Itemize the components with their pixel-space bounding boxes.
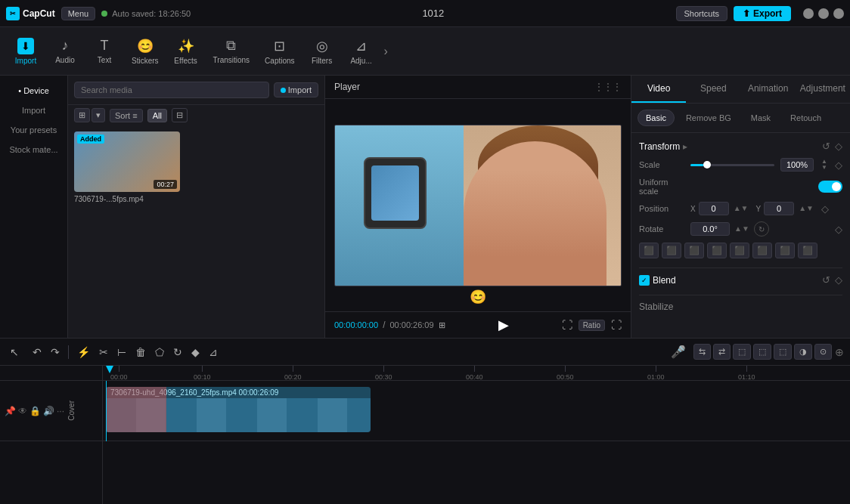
ruler-line [474,366,475,372]
position-keyframe-button[interactable]: ◇ [821,203,829,215]
delete-button[interactable]: 🗑 [132,344,150,360]
toolbar-item-stickers[interactable]: 😊 Stickers [124,33,166,70]
tl-action-2[interactable]: ⇄ [713,344,731,360]
align-center-v-button[interactable]: ⬛ [730,243,749,258]
sidebar-item-device[interactable]: • Device [3,82,64,100]
media-item[interactable]: Added 00:27 7306719-...5fps.mp4 [74,131,180,203]
transform-keyframe-button[interactable]: ◇ [835,141,842,152]
track-lock-button[interactable]: 🔒 [29,406,41,416]
split-button[interactable]: ⚡ [73,344,94,360]
maximize-button[interactable] [818,8,829,19]
player-emoji-button[interactable]: 😊 [470,289,486,305]
cut-button[interactable]: ✂ [95,344,112,360]
shortcuts-button[interactable]: Shortcuts [676,6,727,21]
rotate-input[interactable] [690,222,730,236]
tl-action-6[interactable]: ◑ [794,344,812,360]
scale-spinner[interactable]: ▲ ▼ [820,159,829,171]
subtab-retouch[interactable]: Retouch [782,110,830,126]
redo-button[interactable]: ↷ [47,344,64,360]
close-button[interactable] [833,8,844,19]
position-x-input[interactable] [699,202,729,215]
list-view-button[interactable]: ▾ [92,108,105,122]
blend-checkbox[interactable]: ✓ [639,275,650,286]
toolbar-item-effects[interactable]: ✨ Effects [166,33,206,70]
tab-adjustment[interactable]: Adjustment [796,76,850,103]
tab-speed[interactable]: Speed [686,76,740,103]
track-audio-button[interactable]: 🔊 [43,406,54,416]
pos-x-up[interactable]: ▲▼ [732,205,750,212]
sidebar-item-presets[interactable]: Your presets [3,121,64,139]
toolbar-item-filters[interactable]: ◎ Filters [302,33,342,70]
toolbar-item-import[interactable]: ⬇ Import [6,33,45,70]
sort-button[interactable]: Sort ≡ [110,109,143,122]
ruler-label: 00:00 [110,373,128,381]
search-input[interactable] [74,82,269,98]
pos-y-up[interactable]: ▲▼ [797,205,815,212]
transform-tl-button[interactable]: ⊿ [205,344,222,360]
blend-reset-button[interactable]: ↺ [822,274,830,286]
track-more-button[interactable]: ··· [57,406,64,416]
scale-slider[interactable] [690,164,774,166]
align-right-button[interactable]: ⬛ [684,243,704,258]
blend-keyframe-button[interactable]: ◇ [835,274,842,286]
transform-reset-button[interactable]: ↺ [822,141,830,152]
toolbar-more-button[interactable]: › [384,45,388,58]
toolbar-item-captions[interactable]: ⊡ Captions [257,33,302,70]
rotate-circle[interactable]: ↻ [754,221,769,237]
subtab-remove-bg[interactable]: Remove BG [678,110,740,126]
align-bottom-button[interactable]: ⬛ [752,243,772,258]
undo-button[interactable]: ↶ [29,344,45,360]
align-7-button[interactable]: ⬛ [775,243,795,258]
crop-button[interactable]: ⬠ [151,344,168,360]
sidebar-item-stock[interactable]: Stock mate... [3,141,64,159]
import-button-small[interactable]: Import [274,82,318,97]
toolbar-item-transitions[interactable]: ⧉ Transitions [206,33,258,69]
fullscreen-button[interactable]: ⛶ [562,319,572,331]
filter-options-button[interactable]: ⊟ [172,108,188,122]
track-sticker-button[interactable]: 📌 [5,406,16,416]
align-center-h-button[interactable]: ⬛ [662,243,681,258]
time-expand-button[interactable]: ⊞ [439,320,445,330]
tl-action-4[interactable]: ⬚ [753,344,771,360]
position-y-input[interactable] [764,202,794,215]
grid-view-button[interactable]: ⊞ [74,108,90,122]
minimize-button[interactable] [803,8,814,19]
rotate-spinners[interactable]: ▲▼ [733,225,751,233]
scale-down-button[interactable]: ▼ [820,165,829,171]
subtab-basic[interactable]: Basic [638,110,675,126]
tl-action-5[interactable]: ⬚ [774,344,792,360]
tab-animation[interactable]: Animation [741,76,796,103]
menu-button[interactable]: Menu [61,7,96,20]
track-visibility-button[interactable]: 👁 [18,406,27,416]
timeline-settings-button[interactable]: ⊕ [835,346,844,358]
align-left-button[interactable]: ⬛ [639,243,659,258]
mic-button[interactable]: 🎤 [666,342,690,361]
uniform-scale-toggle[interactable] [818,181,842,193]
player-menu-icon[interactable]: ⋮⋮⋮ [594,82,622,92]
tl-action-3[interactable]: ⬚ [733,344,751,360]
filter-all-button[interactable]: All [147,109,167,122]
timeline-scrollable[interactable]: 00:00 00:10 00:20 00:30 [103,366,850,504]
rotate-tl-button[interactable]: ↻ [169,344,186,360]
trim-button[interactable]: ⊢ [113,344,130,360]
toolbar-item-adjust[interactable]: ⊿ Adju... [342,33,381,70]
align-top-button[interactable]: ⬛ [707,243,727,258]
sidebar-item-import[interactable]: Import [3,101,64,119]
video-clip[interactable]: 7306719-uhd_4096_2160_25fps.mp4 00:00:26… [106,387,371,432]
rotate-keyframe-button[interactable]: ◇ [835,224,842,235]
toolbar-item-text[interactable]: T Text [85,33,124,69]
scale-keyframe-button[interactable]: ◇ [835,159,842,171]
ratio-button[interactable]: Ratio [579,320,605,331]
timeline-cursor-button[interactable]: ↖ [6,344,23,360]
export-button[interactable]: ⬆ Export [734,6,791,21]
toolbar-item-audio[interactable]: ♪ Audio [45,33,85,69]
fit-button[interactable]: ⛶ [611,319,622,331]
tl-action-1[interactable]: ⇆ [693,344,711,360]
keyframe-button[interactable]: ◆ [188,344,203,360]
audio-icon: ♪ [62,38,69,54]
tl-action-7[interactable]: ⊙ [814,344,832,360]
tab-video[interactable]: Video [631,76,686,103]
play-button[interactable]: ▶ [498,317,509,333]
subtab-mask[interactable]: Mask [743,110,779,126]
align-8-button[interactable]: ⬛ [798,243,817,258]
